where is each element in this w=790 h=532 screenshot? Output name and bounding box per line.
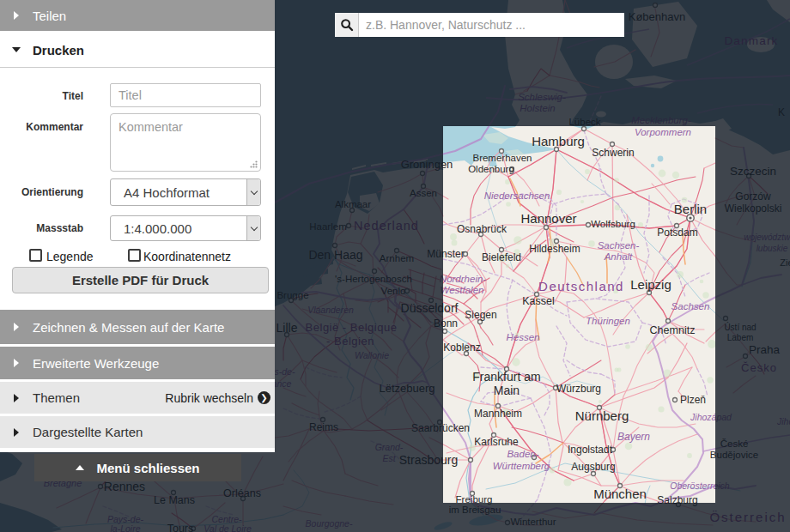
svg-text:Labem: Labem <box>727 333 754 342</box>
svg-text:Nederland: Nederland <box>354 219 419 233</box>
svg-text:Winterthur: Winterthur <box>510 517 556 527</box>
svg-text:Vlaanderen: Vlaanderen <box>307 305 354 315</box>
svg-text:Bourgogne-: Bourgogne- <box>306 518 353 529</box>
svg-text:Est: Est <box>382 453 396 463</box>
svg-text:Alkmaar: Alkmaar <box>335 199 371 209</box>
svg-text:'s-Hertogenbosch: 's-Hertogenbosch <box>335 274 412 284</box>
svg-text:Ústí nad: Ústí nad <box>724 322 756 332</box>
svg-text:Praha: Praha <box>749 343 781 356</box>
svg-text:Le Mans: Le Mans <box>154 494 195 506</box>
svg-text:Szczecin: Szczecin <box>730 165 776 178</box>
svg-text:la-Loire: la-Loire <box>110 523 140 532</box>
svg-text:Holstein: Holstein <box>520 103 556 113</box>
svg-text:im Breisgau: im Breisgau <box>449 505 501 515</box>
svg-text:Reims: Reims <box>309 421 338 433</box>
svg-text:ance: ance <box>272 378 292 389</box>
svg-text:województwo: województwo <box>744 233 790 242</box>
svg-text:København: København <box>629 10 686 23</box>
svg-text:- Belgien: - Belgien <box>326 335 374 348</box>
svg-text:Gorzów: Gorzów <box>735 190 771 203</box>
svg-text:Budějovice: Budějovice <box>710 450 758 460</box>
svg-text:Venlo: Venlo <box>381 286 406 296</box>
svg-text:Schleswig-: Schleswig- <box>518 92 566 102</box>
svg-text:Rennes: Rennes <box>104 480 145 493</box>
svg-text:Brugge: Brugge <box>276 290 308 300</box>
svg-text:Val de Loire: Val de Loire <box>204 523 252 532</box>
svg-text:Mecklenburg-: Mecklenburg- <box>631 115 691 125</box>
svg-text:lubuskie: lubuskie <box>757 244 788 253</box>
svg-text:Zie: Zie <box>780 257 790 268</box>
svg-text:Österreich: Österreich <box>709 510 786 524</box>
svg-text:Lille: Lille <box>276 321 298 335</box>
svg-text:Lëtzebuerg: Lëtzebuerg <box>379 382 434 395</box>
svg-text:Assen: Assen <box>410 188 437 198</box>
svg-text:Česko: Česko <box>741 361 777 374</box>
svg-text:Wielkopolski: Wielkopolski <box>725 203 782 215</box>
svg-text:Wallonie: Wallonie <box>355 350 389 360</box>
svg-text:Jiho: Jiho <box>776 416 790 426</box>
svg-text:België - Belgique: België - Belgique <box>306 321 398 334</box>
svg-text:Den Haag: Den Haag <box>308 248 362 262</box>
svg-text:Tours: Tours <box>167 523 194 532</box>
svg-text:Arnhem: Arnhem <box>380 253 414 263</box>
svg-text:České: České <box>720 438 749 449</box>
svg-text:Orléans: Orléans <box>223 487 261 499</box>
svg-text:K: K <box>778 106 785 118</box>
svg-text:Danmark: Danmark <box>724 34 778 47</box>
svg-text:Grand-: Grand- <box>375 442 404 452</box>
svg-text:Haarlem: Haarlem <box>309 221 346 232</box>
svg-text:ts-de-: ts-de- <box>272 366 295 377</box>
